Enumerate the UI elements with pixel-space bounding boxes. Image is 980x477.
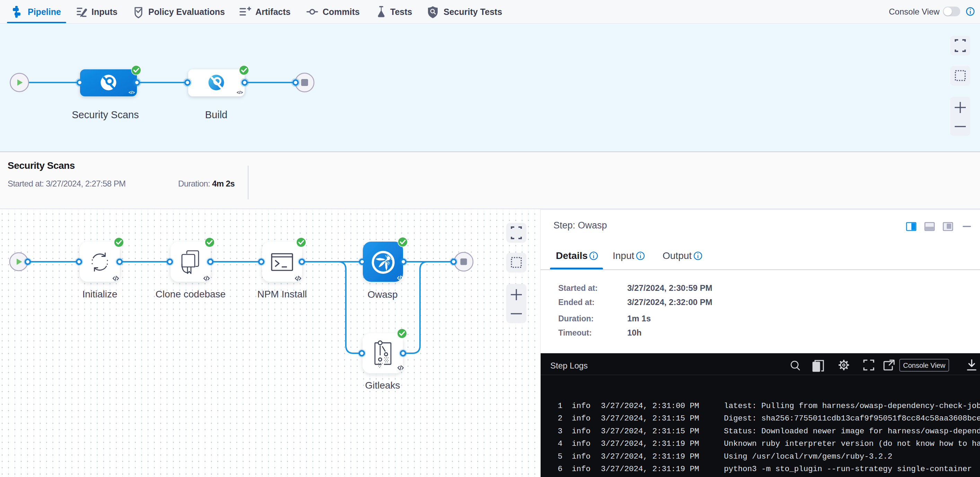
svg-text:Policy Evaluations: Policy Evaluations — [148, 7, 225, 17]
svg-text:Tests: Tests — [390, 7, 412, 17]
svg-text:Console View: Console View — [889, 7, 940, 16]
svg-text:Gitleaks: Gitleaks — [365, 380, 400, 391]
svg-text:</>: </> — [237, 90, 243, 95]
svg-text:Clone codebase: Clone codebase — [156, 289, 226, 300]
svg-text:NPM Install: NPM Install — [257, 289, 307, 300]
svg-text:Inputs: Inputs — [91, 7, 118, 17]
svg-text:Security Tests: Security Tests — [444, 7, 502, 17]
svg-text:Artifacts: Artifacts — [255, 7, 290, 17]
svg-text:Security Scans: Security Scans — [72, 109, 138, 120]
svg-text:Pipeline: Pipeline — [28, 7, 61, 17]
svg-text:Initialize: Initialize — [82, 289, 117, 300]
svg-text:Build: Build — [205, 109, 228, 120]
svg-text:Owasp: Owasp — [368, 289, 398, 300]
svg-text:Commits: Commits — [323, 7, 360, 17]
svg-text:</>: </> — [129, 90, 135, 95]
